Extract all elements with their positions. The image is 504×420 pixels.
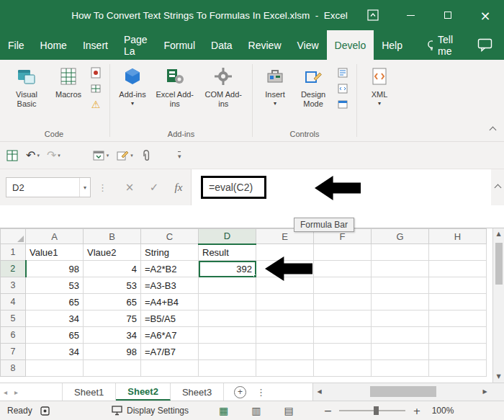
cell-G4[interactable] bbox=[372, 294, 429, 310]
cell-H2[interactable] bbox=[429, 261, 487, 277]
cell-C8[interactable] bbox=[141, 360, 199, 377]
cell-H4[interactable] bbox=[429, 294, 487, 310]
horizontal-scrollbar-thumb[interactable] bbox=[370, 386, 436, 397]
sheet-options-icon[interactable]: ⋮ bbox=[256, 383, 266, 401]
cell-A4[interactable]: 65 bbox=[26, 294, 84, 310]
tab-data[interactable]: Data bbox=[203, 30, 240, 60]
collapse-ribbon-button[interactable] bbox=[490, 122, 495, 135]
maximize-button[interactable] bbox=[429, 0, 467, 30]
tab-formulas[interactable]: Formul bbox=[156, 30, 203, 60]
cell-C1[interactable]: String bbox=[141, 244, 199, 261]
cell-D5[interactable] bbox=[199, 310, 256, 327]
macros-button[interactable]: Macros bbox=[50, 61, 86, 101]
cell-A5[interactable]: 34 bbox=[26, 310, 84, 327]
column-header-B[interactable]: B bbox=[84, 229, 141, 244]
macro-record-button[interactable] bbox=[40, 406, 50, 416]
column-header-D[interactable]: D bbox=[199, 229, 256, 244]
cell-D4[interactable] bbox=[199, 294, 256, 310]
tab-developer[interactable]: Develo bbox=[327, 30, 374, 60]
cell-A6[interactable]: 65 bbox=[26, 327, 84, 344]
design-mode-button[interactable]: Design Mode bbox=[293, 61, 333, 110]
cell-F7[interactable] bbox=[314, 344, 372, 360]
edit-tool-button[interactable]: ▾ bbox=[116, 149, 133, 162]
record-macro-icon[interactable] bbox=[89, 67, 102, 79]
run-dialog-icon[interactable] bbox=[336, 99, 349, 110]
cell-B6[interactable]: 34 bbox=[84, 327, 141, 344]
relative-references-icon[interactable] bbox=[89, 83, 102, 94]
cell-G2[interactable] bbox=[372, 261, 429, 277]
cell-G5[interactable] bbox=[372, 310, 429, 327]
cell-B2[interactable]: 4 bbox=[84, 261, 141, 277]
page-break-view-button[interactable]: ▤ bbox=[284, 405, 294, 416]
cell-F5[interactable] bbox=[314, 310, 372, 327]
cell-C5[interactable]: =B5/A5 bbox=[141, 310, 199, 327]
sheet-tab-sheet1[interactable]: Sheet1 bbox=[62, 383, 116, 401]
tab-help[interactable]: Help bbox=[374, 30, 410, 60]
customize-quick-access-button[interactable]: ▾ bbox=[176, 151, 181, 160]
scroll-down-icon[interactable]: ▼ bbox=[496, 371, 500, 383]
row-header-4[interactable]: 4 bbox=[1, 294, 26, 310]
cell-D3[interactable] bbox=[199, 277, 256, 294]
cell-B3[interactable]: 53 bbox=[84, 277, 141, 294]
sheet-nav-left-icon[interactable]: ◂ bbox=[0, 383, 11, 401]
row-header-8[interactable]: 8 bbox=[1, 360, 26, 377]
cell-C4[interactable]: =A4+B4 bbox=[141, 294, 199, 310]
vertical-scrollbar[interactable]: ▲ ▼ bbox=[492, 228, 504, 383]
cell-G3[interactable] bbox=[372, 277, 429, 294]
cell-E3[interactable] bbox=[256, 277, 314, 294]
comments-button[interactable] bbox=[466, 30, 504, 60]
sheet-tab-sheet2[interactable]: Sheet2 bbox=[116, 383, 171, 401]
select-all-button[interactable] bbox=[1, 229, 26, 244]
scroll-left-icon[interactable]: ◀ bbox=[313, 386, 325, 398]
tab-home[interactable]: Home bbox=[32, 30, 75, 60]
cell-F6[interactable] bbox=[314, 327, 372, 344]
column-header-A[interactable]: A bbox=[26, 229, 84, 244]
cell-A8[interactable] bbox=[26, 360, 84, 377]
add-ins-button[interactable]: Add-ins ▾ bbox=[114, 61, 150, 108]
cell-A1[interactable]: Value1 bbox=[26, 244, 84, 261]
sheet-tab-sheet3[interactable]: Sheet3 bbox=[171, 383, 224, 401]
cell-F3[interactable] bbox=[314, 277, 372, 294]
cell-E6[interactable] bbox=[256, 327, 314, 344]
attachment-button[interactable] bbox=[140, 149, 152, 162]
cell-E5[interactable] bbox=[256, 310, 314, 327]
view-code-icon[interactable] bbox=[336, 83, 349, 94]
tab-file[interactable]: File bbox=[0, 30, 32, 60]
insert-function-icon[interactable]: fx bbox=[166, 182, 191, 194]
collapse-formula-bar-button[interactable] bbox=[491, 169, 504, 205]
cell-G1[interactable] bbox=[372, 244, 429, 261]
row-header-1[interactable]: 1 bbox=[1, 244, 26, 261]
cell-D6[interactable] bbox=[199, 327, 256, 344]
switch-windows-button[interactable]: ▾ bbox=[92, 149, 109, 162]
cell-C3[interactable]: =A3-B3 bbox=[141, 277, 199, 294]
tab-view[interactable]: View bbox=[289, 30, 327, 60]
cancel-entry-icon[interactable]: × bbox=[117, 181, 142, 194]
vertical-scrollbar-thumb[interactable] bbox=[495, 243, 503, 285]
spreadsheet-window-button[interactable] bbox=[6, 149, 19, 162]
column-header-G[interactable]: G bbox=[372, 229, 429, 244]
cell-F1[interactable] bbox=[314, 244, 372, 261]
normal-view-button[interactable]: ▦ bbox=[219, 405, 228, 416]
redo-button[interactable]: ↷ ▾ bbox=[47, 148, 60, 162]
cell-A3[interactable]: 53 bbox=[26, 277, 84, 294]
xml-button[interactable]: XML ▾ bbox=[361, 61, 397, 108]
macro-security-icon[interactable]: ⚠ bbox=[89, 99, 102, 110]
tab-review[interactable]: Review bbox=[240, 30, 289, 60]
display-settings-button[interactable]: Display Settings bbox=[106, 406, 194, 416]
cell-F8[interactable] bbox=[314, 360, 372, 377]
cell-E8[interactable] bbox=[256, 360, 314, 377]
ribbon-display-options-button[interactable] bbox=[354, 0, 392, 30]
scroll-right-icon[interactable]: ▶ bbox=[479, 386, 491, 398]
formula-bar-resize-handle[interactable]: ⋮ bbox=[98, 182, 107, 193]
column-header-H[interactable]: H bbox=[429, 229, 487, 244]
zoom-level[interactable]: 100% bbox=[429, 406, 459, 416]
cell-B1[interactable]: Vlaue2 bbox=[84, 244, 141, 261]
cell-H3[interactable] bbox=[429, 277, 487, 294]
horizontal-scrollbar[interactable]: ◀ ▶ bbox=[312, 383, 491, 401]
cell-C7[interactable]: =A7/B7 bbox=[141, 344, 199, 360]
cell-D2-selected[interactable]: 392 bbox=[199, 261, 256, 277]
cell-H1[interactable] bbox=[429, 244, 487, 261]
cell-G7[interactable] bbox=[372, 344, 429, 360]
cell-H8[interactable] bbox=[429, 360, 487, 377]
zoom-slider[interactable] bbox=[339, 410, 405, 411]
